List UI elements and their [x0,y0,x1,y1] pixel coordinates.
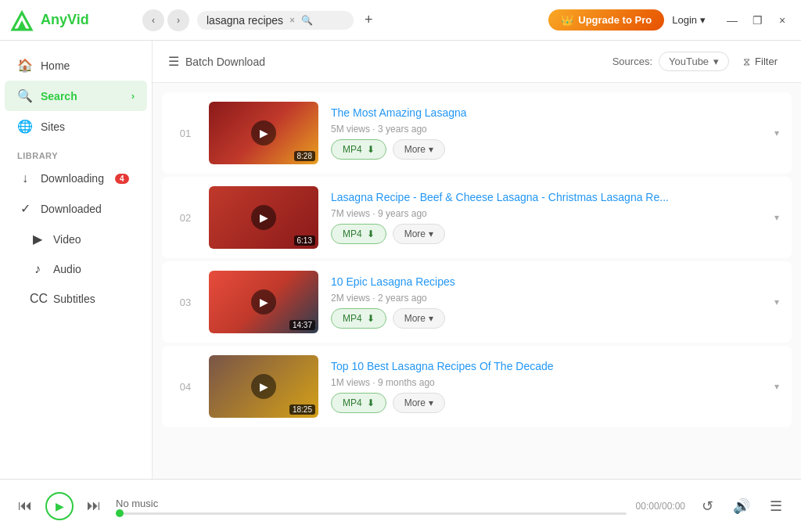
filter-button[interactable]: ⧖ Filter [735,52,785,71]
table-row: 03 ▶ 14:37 10 Epic Lasagna Recipes 2M vi… [162,261,792,343]
sidebar: 🏠 Home 🔍 Search › 🌐 Sites Library ↓ Down… [0,41,153,479]
video-actions: MP4 ⬇ More ▾ [331,224,762,244]
tab-query: lasagna recipes [207,14,283,27]
video-thumbnail[interactable]: ▶ 6:13 [209,186,318,249]
maximize-button[interactable]: ❐ [748,11,767,30]
video-actions: MP4 ⬇ More ▾ [331,308,762,329]
svg-marker-1 [17,20,27,30]
titlebar: AnyVid ‹ › lasagna recipes × 🔍 + 👑 Upgra… [0,0,801,41]
sidebar-item-downloaded[interactable]: ✓ Downloaded [5,193,147,224]
login-button[interactable]: Login ▾ [672,14,706,26]
volume-button[interactable]: 🔊 [729,494,754,519]
more-button[interactable]: More ▾ [393,393,445,413]
video-info: 10 Epic Lasagna Recipes 2M views · 2 yea… [331,275,762,329]
tab-close-icon[interactable]: × [289,15,295,26]
home-icon: 🏠 [17,58,33,73]
check-circle-icon: ✓ [17,201,33,216]
tab-search-icon: 🔍 [301,15,313,26]
video-meta: 5M views · 3 years ago [331,124,762,135]
sidebar-item-audio[interactable]: ♪ Audio [5,254,147,284]
source-selector[interactable]: YouTube ▾ [659,52,729,71]
progress-dot [116,509,124,517]
video-icon: ▶ [30,232,45,246]
main-layout: 🏠 Home 🔍 Search › 🌐 Sites Library ↓ Down… [0,41,801,479]
mp4-download-button[interactable]: MP4 ⬇ [331,393,386,413]
duration-badge: 8:28 [294,151,315,161]
download-icon: ⬇ [367,313,375,324]
minimize-button[interactable]: — [723,11,742,30]
app-name: AnyVid [41,12,89,28]
video-actions: MP4 ⬇ More ▾ [331,139,762,160]
player-track-title: No music [116,498,627,509]
mp4-download-button[interactable]: MP4 ⬇ [331,139,386,160]
mp4-download-button[interactable]: MP4 ⬇ [331,224,386,244]
back-button[interactable]: ‹ [142,9,164,31]
play-overlay: ▶ [251,289,276,315]
progress-bar[interactable] [116,512,627,515]
collapse-icon[interactable]: ▾ [774,212,779,223]
play-overlay: ▶ [251,205,276,230]
sidebar-item-subtitles[interactable]: CC Subtitles [5,284,147,314]
video-number: 03 [174,297,196,308]
prev-button[interactable]: ⏮ [13,494,38,519]
video-meta: 2M views · 2 years ago [331,293,762,304]
video-title[interactable]: The Most Amazing Lasagna [331,106,762,119]
video-thumbnail[interactable]: ▶ 14:37 [209,271,318,333]
crown-icon: 👑 [561,14,573,26]
collapse-icon[interactable]: ▾ [774,381,779,392]
next-button[interactable]: ⏭ [81,494,106,519]
mp4-download-button[interactable]: MP4 ⬇ [331,308,386,329]
add-tab-button[interactable]: + [361,12,376,28]
close-button[interactable]: × [773,11,792,30]
forward-button[interactable]: › [167,9,189,31]
chevron-down-icon: ▾ [429,313,433,324]
player-time: 00:00/00:00 [636,501,685,512]
more-button[interactable]: More ▾ [393,139,445,160]
video-number: 01 [174,128,196,139]
chevron-right-icon: › [131,91,135,102]
repeat-button[interactable]: ↺ [695,494,720,519]
collapse-icon[interactable]: ▾ [774,297,779,307]
video-info: Lasagna Recipe - Beef & Cheese Lasagna -… [331,191,762,244]
video-number: 02 [174,212,196,224]
content-header: ☰ Batch Download Sources: YouTube ▾ ⧖ Fi… [153,41,801,83]
subtitles-icon: CC [30,292,45,306]
search-tab: lasagna recipes × 🔍 [197,11,354,30]
upgrade-button[interactable]: 👑 Upgrade to Pro [548,9,664,31]
video-thumbnail[interactable]: ▶ 8:28 [209,102,318,164]
download-icon: ⬇ [367,144,375,155]
player-info: No music [116,498,627,515]
video-number: 04 [174,381,196,393]
sidebar-item-home[interactable]: 🏠 Home [5,50,147,81]
filter-icon: ⧖ [743,56,750,68]
video-list: 01 ▶ 8:28 The Most Amazing Lasagna 5M vi… [153,83,801,479]
video-title[interactable]: Top 10 Best Lasagna Recipes Of The Decad… [331,360,762,372]
more-button[interactable]: More ▾ [393,308,445,329]
sidebar-item-downloading[interactable]: ↓ Downloading 4 [5,164,147,193]
video-meta: 7M views · 9 years ago [331,208,762,219]
more-button[interactable]: More ▾ [393,224,445,244]
sidebar-item-search[interactable]: 🔍 Search › [5,81,147,111]
window-controls: — ❐ × [723,11,792,30]
video-meta: 1M views · 9 months ago [331,377,762,388]
video-thumbnail[interactable]: ▶ 18:25 [209,355,318,418]
sources-section: Sources: YouTube ▾ ⧖ Filter [612,52,785,71]
play-overlay: ▶ [251,120,276,146]
play-overlay: ▶ [251,374,276,399]
video-title[interactable]: Lasagna Recipe - Beef & Cheese Lasagna -… [331,191,762,203]
player-bar: ⏮ ▶ ⏭ No music 00:00/00:00 ↺ 🔊 ☰ [0,479,801,532]
list-icon: ☰ [168,54,179,69]
player-right-controls: ↺ 🔊 ☰ [695,494,788,519]
video-title[interactable]: 10 Epic Lasagna Recipes [331,275,762,288]
collapse-icon[interactable]: ▾ [774,128,779,138]
duration-badge: 14:37 [289,320,315,330]
download-icon: ⬇ [367,397,375,408]
playlist-button[interactable]: ☰ [763,494,788,519]
sidebar-item-video[interactable]: ▶ Video [5,224,147,254]
sidebar-item-sites[interactable]: 🌐 Sites [5,111,147,142]
content-area: ☰ Batch Download Sources: YouTube ▾ ⧖ Fi… [153,41,801,479]
library-label: Library [0,142,152,164]
play-pause-button[interactable]: ▶ [45,492,74,520]
chevron-down-icon: ▾ [700,14,706,26]
duration-badge: 18:25 [289,404,315,415]
